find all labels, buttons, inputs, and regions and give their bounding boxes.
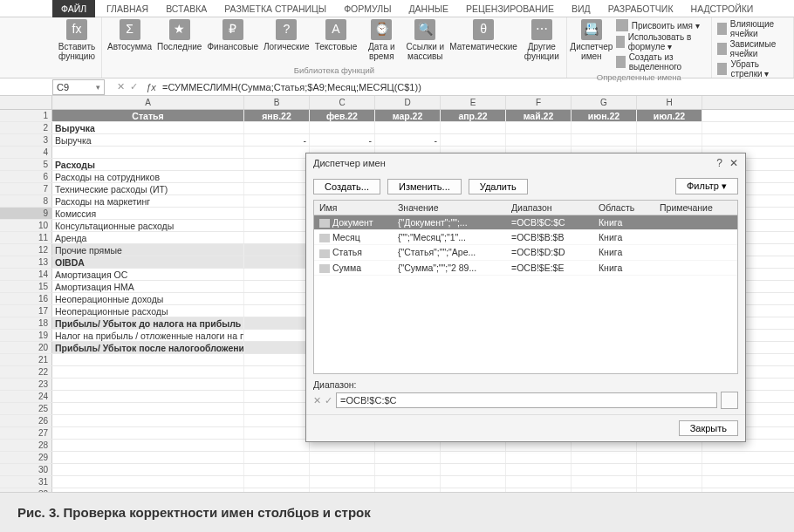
row-30[interactable]: 30 [0,464,794,476]
cell[interactable] [310,452,375,463]
cell[interactable] [637,122,702,133]
cell[interactable] [244,452,310,463]
cell[interactable] [244,293,310,304]
row-number[interactable]: 16 [0,293,52,304]
cell[interactable] [572,452,637,463]
nm-col-4[interactable]: Примечание [654,201,737,215]
tab-8[interactable]: НАДСТРОЙКИ [682,2,763,16]
row-number[interactable]: 6 [0,171,52,182]
row-number[interactable]: 14 [0,269,52,280]
tab-file[interactable]: ФАЙЛ [52,0,95,17]
name-row-Документ[interactable]: Документ{"Документ";"";...=OCB!$C:$CКниг… [314,215,737,230]
help-icon[interactable]: ? [716,157,722,169]
cell[interactable] [244,427,310,439]
cell[interactable]: Выручка [52,122,244,133]
cell[interactable]: Комиссия [52,208,244,219]
range-cancel-icon[interactable]: ✕ [313,395,321,406]
row-2[interactable]: 2Выручка [0,122,794,134]
audit-small-1[interactable]: Зависимые ячейки [717,39,788,58]
close-button[interactable]: Закрыть [679,420,738,436]
row-number[interactable]: 18 [0,317,52,329]
cell[interactable] [52,427,244,439]
cell[interactable] [375,476,441,488]
cell[interactable] [572,476,637,488]
cell[interactable]: Расходы [52,159,244,170]
col-header-H[interactable]: H [637,96,702,109]
col-header-D[interactable]: D [375,96,441,109]
cell[interactable] [244,403,310,414]
cell[interactable] [375,464,441,475]
row-number[interactable]: 4 [0,147,52,158]
row-number[interactable]: 30 [0,464,52,475]
cell[interactable] [52,403,244,414]
cell[interactable]: Неоперационные расходы [52,305,244,317]
nm-col-1[interactable]: Значение [393,201,506,215]
cell[interactable] [244,281,310,292]
cell[interactable] [52,391,244,402]
row-number[interactable]: 9 [0,208,52,219]
cell[interactable] [244,354,310,365]
tab-2[interactable]: РАЗМЕТКА СТРАНИЦЫ [216,2,335,16]
cell[interactable] [244,220,310,231]
names-small-0[interactable]: Присвоить имя ▾ [616,19,706,31]
row-number[interactable]: 10 [0,220,52,231]
col-header-C[interactable]: C [310,96,375,109]
name-manager-button[interactable]: 📇 Диспетчер имен [572,19,611,61]
range-confirm-icon[interactable]: ✓ [325,395,332,406]
range-input[interactable]: =OCB!$C:$C [336,392,717,408]
tab-6[interactable]: ВИД [563,2,599,16]
row-number[interactable]: 24 [0,391,52,402]
cell[interactable] [244,171,310,182]
cell[interactable] [244,208,310,219]
cell[interactable] [375,122,441,133]
create-name-button[interactable]: Создать... [313,179,380,194]
cell[interactable]: Выручка [52,134,244,146]
cell[interactable] [244,195,310,207]
cell[interactable] [637,464,702,475]
tab-0[interactable]: ГЛАВНАЯ [98,2,157,16]
cell[interactable]: OIBDA [52,256,244,268]
lib-button-7[interactable]: θМатематические [449,19,517,51]
range-picker-icon[interactable] [721,392,738,409]
row-number[interactable]: 25 [0,403,52,414]
cell[interactable]: Прибыль/ Убыток до налога на прибыль [52,317,244,329]
formula-input[interactable]: =СУММЕСЛИМН(Сумма;Статья;$A9;Месяц;МЕСЯЦ… [159,82,794,92]
cell[interactable] [52,354,244,365]
cell[interactable]: Амортизация НМА [52,281,244,292]
lib-button-1[interactable]: ★Последние [157,19,202,51]
cell[interactable]: Технические расходы (ИТ) [52,183,244,194]
edit-name-button[interactable]: Изменить... [387,179,462,194]
audit-small-0[interactable]: Влияющие ячейки [717,19,788,38]
filter-button[interactable]: Фильтр ▾ [675,178,738,194]
cell[interactable] [52,147,244,158]
name-row-Месяц[interactable]: Месяц{"";"Месяц";"1"...=OCB!$B:$BКнига [314,230,737,245]
row-number[interactable]: 12 [0,244,52,256]
cell[interactable]: - [375,134,441,146]
name-row-Сумма[interactable]: Сумма{"Сумма";"";"2 89...=OCB!$E:$EКнига [314,261,737,276]
cell[interactable] [244,342,310,353]
lib-button-8[interactable]: ⋯Другие функции [523,19,561,61]
cell[interactable] [244,147,310,158]
cell[interactable] [244,122,310,133]
name-row-Статья[interactable]: Статья{"Статья";"";"Аре...=OCB!$D:$DКниг… [314,245,737,260]
cell[interactable] [441,122,506,133]
row-number[interactable]: 11 [0,232,52,243]
cell[interactable]: Прибыль/ Убыток после налогообложения [52,342,244,353]
cell[interactable] [441,452,506,463]
cell[interactable] [52,366,244,378]
row-number[interactable]: 2 [0,122,52,133]
col-header-G[interactable]: G [572,96,637,109]
close-icon[interactable]: ✕ [729,157,738,169]
row-number[interactable]: 15 [0,281,52,292]
row-number[interactable]: 26 [0,415,52,426]
cell[interactable] [244,244,310,256]
cell[interactable] [637,134,702,146]
cell[interactable] [244,415,310,426]
cell[interactable] [244,330,310,341]
row-number[interactable]: 7 [0,183,52,194]
cell[interactable] [506,452,572,463]
cell[interactable] [244,440,310,451]
cell[interactable] [506,476,572,488]
cell[interactable] [244,366,310,378]
cell[interactable]: Расходы на маркетинг [52,195,244,207]
